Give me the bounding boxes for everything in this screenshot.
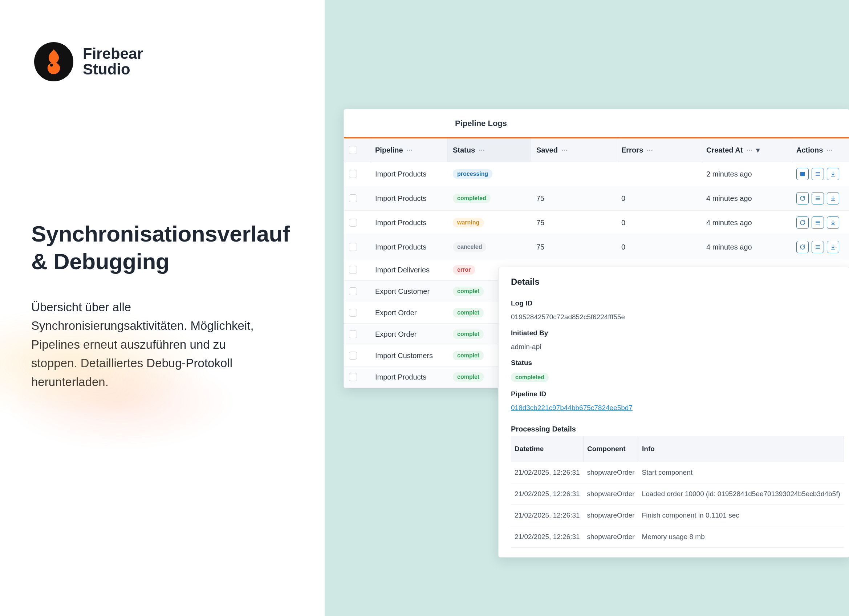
row-checkbox[interactable]: [349, 194, 357, 202]
table-row[interactable]: Import Productsprocessing2 minutes ago: [344, 162, 849, 186]
row-checkbox[interactable]: [349, 266, 357, 274]
cell-actions: [791, 186, 849, 211]
cell-pipeline: Import Products: [370, 186, 448, 211]
row-checkbox[interactable]: [349, 309, 357, 317]
action-group: [796, 168, 846, 180]
col-menu-icon[interactable]: ···: [827, 146, 833, 154]
status-badge: warning: [453, 218, 484, 227]
download-log-button[interactable]: [827, 241, 839, 253]
cell-datetime: 21/02/2025, 12:26:31: [511, 483, 584, 505]
label-processing-details: Processing Details: [511, 425, 837, 433]
col-menu-icon[interactable]: ···: [479, 146, 485, 154]
cell-actions: [791, 235, 849, 260]
view-logs-button[interactable]: [812, 241, 824, 253]
view-logs-button[interactable]: [812, 216, 824, 229]
col-actions-label: Actions: [796, 146, 823, 154]
table-row: 21/02/2025, 12:26:31shopwareOrderMemory …: [511, 526, 844, 548]
status-badge: complet: [453, 286, 484, 296]
row-checkbox[interactable]: [349, 219, 357, 227]
view-logs-button[interactable]: [812, 192, 824, 204]
table-row: 21/02/2025, 12:26:31shopwareOrderFinish …: [511, 505, 844, 526]
cell-datetime: 21/02/2025, 12:26:31: [511, 462, 584, 483]
rerun-button[interactable]: [796, 241, 809, 253]
select-all-checkbox[interactable]: [349, 146, 357, 154]
status-badge: complet: [453, 330, 484, 339]
download-log-button[interactable]: [827, 168, 839, 180]
cell-pipeline: Import Products: [370, 367, 448, 388]
chevron-down-icon[interactable]: ▾: [756, 146, 760, 154]
status-badge: processing: [453, 169, 492, 179]
col-status[interactable]: Status···: [448, 139, 531, 162]
col-info[interactable]: Info: [638, 436, 844, 462]
col-created-label: Created At: [706, 146, 743, 154]
pipeline-logs-title: Pipeline Logs: [344, 109, 849, 139]
cell-info: Start component: [638, 462, 844, 483]
cell-errors: 0: [616, 235, 701, 260]
cell-component: shopwareOrder: [584, 462, 638, 483]
status-badge: completed: [453, 194, 491, 203]
row-checkbox[interactable]: [349, 170, 357, 178]
table-row[interactable]: Import Productscanceled7504 minutes ago: [344, 235, 849, 260]
svg-rect-1: [800, 172, 805, 176]
rerun-button[interactable]: [796, 216, 809, 229]
brand-name-line1: Firebear: [83, 46, 143, 61]
brand-logo: [34, 42, 73, 81]
col-menu-icon[interactable]: ···: [746, 146, 752, 154]
stop-button[interactable]: [796, 168, 809, 180]
col-pipeline-label: Pipeline: [375, 146, 403, 154]
col-created[interactable]: Created At···▾: [701, 139, 791, 162]
value-initiated-by: admin-api: [511, 343, 837, 351]
row-checkbox[interactable]: [349, 243, 357, 251]
table-row[interactable]: Import Productswarning7504 minutes ago: [344, 211, 849, 235]
cell-pipeline: Import Products: [370, 162, 448, 186]
col-errors[interactable]: Errors···: [616, 139, 701, 162]
view-logs-button[interactable]: [812, 168, 824, 180]
col-checkbox[interactable]: [344, 139, 370, 162]
status-badge: complet: [453, 308, 484, 318]
table-row[interactable]: Import Productscompleted7504 minutes ago: [344, 186, 849, 211]
row-checkbox[interactable]: [349, 287, 357, 295]
col-menu-icon[interactable]: ···: [647, 146, 653, 154]
col-errors-label: Errors: [621, 146, 643, 154]
brand-name: Firebear Studio: [83, 46, 143, 78]
col-datetime[interactable]: Datetime: [511, 436, 584, 462]
value-pipeline-id-link[interactable]: 018d3cb221c97b44bb675c7824ee5bd7: [511, 404, 633, 412]
col-menu-icon[interactable]: ···: [407, 146, 413, 154]
cell-status: canceled: [448, 235, 531, 260]
col-component[interactable]: Component: [584, 436, 638, 462]
status-badge: complet: [453, 351, 484, 360]
value-status-badge: completed: [511, 373, 549, 382]
cell-errors: 0: [616, 211, 701, 235]
cell-info: Loaded order 10000 (id: 01952841d5ee7013…: [638, 483, 844, 505]
cell-created: 4 minutes ago: [701, 235, 791, 260]
headline-line2: & Debugging: [31, 249, 169, 274]
col-pipeline[interactable]: Pipeline···: [370, 139, 448, 162]
page-headline: Synchronisationsverlauf & Debugging: [31, 220, 290, 275]
download-log-button[interactable]: [827, 192, 839, 204]
row-checkbox[interactable]: [349, 373, 357, 381]
cell-pipeline: Import Products: [370, 235, 448, 260]
col-menu-icon[interactable]: ···: [562, 146, 567, 154]
cell-component: shopwareOrder: [584, 505, 638, 526]
brand-name-line2: Studio: [83, 61, 143, 78]
cell-status: processing: [448, 162, 531, 186]
firebear-icon: [40, 48, 68, 76]
cell-datetime: 21/02/2025, 12:26:31: [511, 526, 584, 548]
brand: Firebear Studio: [34, 42, 143, 81]
action-group: [796, 192, 846, 204]
cell-created: 4 minutes ago: [701, 186, 791, 211]
download-log-button[interactable]: [827, 216, 839, 229]
page-copy: Übersicht über alle Synchronisierungsakt…: [31, 298, 264, 391]
cell-saved: 75: [531, 186, 616, 211]
processing-details-table: Datetime Component Info 21/02/2025, 12:2…: [511, 436, 844, 548]
col-saved[interactable]: Saved···: [531, 139, 616, 162]
details-card: Details Log ID 01952842570c72ad852c5f622…: [498, 267, 849, 558]
rerun-button[interactable]: [796, 192, 809, 204]
label-pipeline-id: Pipeline ID: [511, 390, 837, 398]
cell-datetime: 21/02/2025, 12:26:31: [511, 505, 584, 526]
row-checkbox[interactable]: [349, 352, 357, 359]
cell-pipeline: Export Order: [370, 324, 448, 345]
label-log-id: Log ID: [511, 299, 837, 307]
action-group: [796, 216, 846, 229]
row-checkbox[interactable]: [349, 330, 357, 338]
